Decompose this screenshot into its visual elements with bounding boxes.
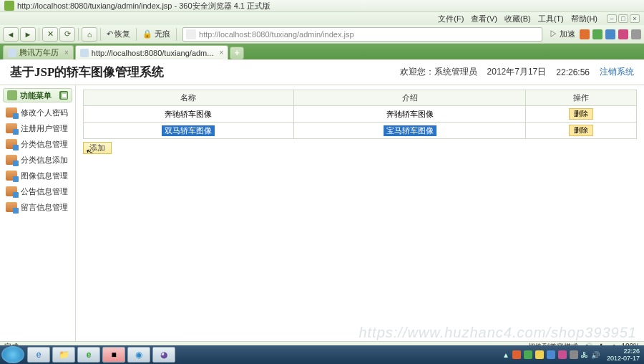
tray-volume-icon[interactable]: 🔊 — [591, 351, 600, 359]
sidebar-item-category-add[interactable]: 分类信息添加 — [3, 152, 72, 168]
restore-button[interactable]: ↶ 恢复 — [104, 29, 133, 39]
new-tab-button[interactable]: + — [230, 47, 244, 59]
task-360[interactable]: e — [77, 347, 100, 363]
tray-icon[interactable] — [512, 350, 521, 359]
sidebar-item-label: 留言信息管理 — [21, 202, 68, 213]
accelerate-button[interactable]: ▷ 加速 — [547, 29, 578, 39]
tab-label: http://localhost:8080/tuxiang/adm... — [92, 49, 214, 57]
menu-view[interactable]: 查看(V) — [471, 14, 497, 24]
collapse-icon[interactable]: ▣ — [59, 91, 68, 100]
table-header-row: 名称 介绍 操作 — [84, 90, 637, 106]
forward-button[interactable]: ► — [20, 27, 36, 42]
cell-name: 奔驰轿车图像 — [84, 106, 294, 123]
incognito-button[interactable]: 🔒 无痕 — [140, 29, 173, 39]
cell-name-selected: 双马轿车图像 — [162, 125, 215, 136]
tab-favicon-icon — [8, 49, 16, 57]
item-icon — [6, 123, 17, 133]
browser-title-bar: http://localhost:8080/tuxiang/admin/inde… — [0, 0, 644, 12]
delete-button[interactable]: 删除 — [569, 125, 593, 136]
tray-icon[interactable] — [558, 350, 567, 359]
header-date: 2012年7月17日 — [487, 66, 547, 78]
task-explorer[interactable]: 📁 — [52, 347, 75, 363]
tray-up-icon[interactable]: ▲ — [502, 351, 509, 359]
sidebar-item-notice-mgr[interactable]: 公告信息管理 — [3, 183, 72, 199]
tray-icon[interactable] — [570, 350, 578, 359]
th-intro: 介绍 — [293, 90, 526, 106]
table-row[interactable]: 双马轿车图像 宝马轿车图像 删除 — [84, 123, 637, 139]
cell-intro: 奔驰轿车图像 — [293, 106, 526, 123]
ext-icon-4[interactable] — [618, 29, 628, 39]
tab-strip: 腾讯万年历 × http://localhost:8080/tuxiang/ad… — [0, 44, 644, 59]
close-tab-icon[interactable]: × — [64, 49, 69, 57]
tray-icon[interactable] — [524, 350, 532, 359]
tab-favicon-icon — [80, 49, 89, 57]
cell-intro-selected: 宝马轿车图像 — [384, 125, 436, 136]
category-table: 名称 介绍 操作 奔驰轿车图像 奔驰轿车图像 删除 双马轿车图像 宝马轿车图像 … — [83, 90, 637, 139]
logout-link[interactable]: 注销系统 — [600, 66, 634, 78]
home-button[interactable]: ⌂ — [82, 27, 97, 42]
tray-network-icon[interactable]: 🖧 — [581, 351, 588, 359]
address-bar[interactable] — [182, 27, 542, 42]
back-button[interactable]: ◄ — [3, 27, 19, 42]
task-ie[interactable]: e — [27, 347, 50, 363]
tray-icon[interactable] — [547, 350, 555, 359]
close-button[interactable]: × — [630, 14, 640, 23]
page-icon — [186, 29, 196, 39]
menu-file[interactable]: 文件(F) — [438, 14, 464, 24]
sidebar-item-category-mgr[interactable]: 分类信息管理 — [3, 136, 72, 152]
menu-help[interactable]: 帮助(H) — [571, 14, 597, 24]
add-button[interactable]: 添加 ↖ — [83, 142, 112, 154]
menu-tools[interactable]: 工具(T) — [538, 14, 564, 24]
address-input[interactable] — [199, 30, 539, 39]
th-name: 名称 — [84, 90, 294, 106]
ext-icon-5[interactable] — [631, 29, 641, 39]
th-op: 操作 — [526, 90, 637, 106]
item-icon — [6, 171, 17, 181]
sidebar-title: 功能菜单 — [20, 90, 52, 101]
maximize-button[interactable]: □ — [618, 14, 628, 23]
close-tab-icon[interactable]: × — [219, 49, 223, 57]
browser-toolbar: ◄ ► ✕ ⟳ ⌂ ↶ 恢复 🔒 无痕 ▷ 加速 — [0, 25, 644, 44]
item-icon — [6, 155, 17, 165]
sidebar-item-label: 图像信息管理 — [21, 171, 68, 181]
start-button[interactable] — [1, 346, 24, 363]
welcome-text: 欢迎您：系统管理员 — [400, 66, 477, 78]
stop-button[interactable]: ✕ — [42, 27, 58, 42]
minimize-button[interactable]: – — [607, 14, 617, 23]
tab-calendar[interactable]: 腾讯万年历 × — [3, 45, 74, 59]
table-row[interactable]: 奔驰轿车图像 奔驰轿车图像 删除 — [84, 106, 637, 123]
sidebar-panel-header[interactable]: 功能菜单 ▣ — [3, 88, 72, 102]
item-icon — [6, 107, 17, 118]
delete-button[interactable]: 删除 — [569, 108, 593, 120]
clock-time: 22:26 — [607, 348, 640, 355]
sidebar-item-users[interactable]: 注册用户管理 — [3, 120, 72, 136]
favicon-icon — [4, 1, 14, 11]
taskbar-clock[interactable]: 22:26 2012-07-17 — [607, 348, 640, 362]
page-title: 基于JSP的轿车图像管理系统 — [10, 64, 400, 80]
menu-icon — [7, 90, 17, 100]
sidebar-item-label: 分类信息管理 — [21, 139, 68, 150]
window-title: http://localhost:8080/tuxiang/admin/inde… — [17, 1, 640, 11]
tab-label: 腾讯万年历 — [19, 47, 59, 58]
menu-fav[interactable]: 收藏(B) — [504, 14, 531, 24]
main-content: 名称 介绍 操作 奔驰轿车图像 奔驰轿车图像 删除 双马轿车图像 宝马轿车图像 … — [76, 85, 644, 343]
sidebar-item-message-mgr[interactable]: 留言信息管理 — [3, 199, 72, 215]
sidebar-item-password[interactable]: 修改个人密码 — [3, 105, 72, 120]
sidebar-item-label: 分类信息添加 — [21, 155, 68, 166]
tab-admin[interactable]: http://localhost:8080/tuxiang/adm... × — [75, 45, 228, 59]
windows-taskbar: e 📁 e ■ ◉ ◕ ▲ 🖧 🔊 22:26 2012-07-17 — [0, 345, 644, 364]
task-app3[interactable]: ◕ — [152, 347, 175, 363]
ext-icon-3[interactable] — [605, 29, 615, 39]
item-icon — [6, 202, 17, 212]
reload-button[interactable]: ⟳ — [59, 27, 75, 42]
task-app1[interactable]: ■ — [102, 347, 125, 363]
sidebar-item-label: 公告信息管理 — [21, 186, 68, 197]
header-time: 22:26:56 — [556, 67, 590, 77]
ext-icon-1[interactable] — [580, 29, 590, 39]
ext-icon-2[interactable] — [592, 29, 602, 39]
task-app2[interactable]: ◉ — [127, 347, 150, 363]
sidebar-item-image-mgr[interactable]: 图像信息管理 — [3, 168, 72, 183]
tray-icon[interactable] — [535, 350, 544, 359]
browser-menu-bar: 文件(F) 查看(V) 收藏(B) 工具(T) 帮助(H) – □ × — [0, 12, 644, 25]
sidebar-item-label: 修改个人密码 — [21, 107, 68, 118]
